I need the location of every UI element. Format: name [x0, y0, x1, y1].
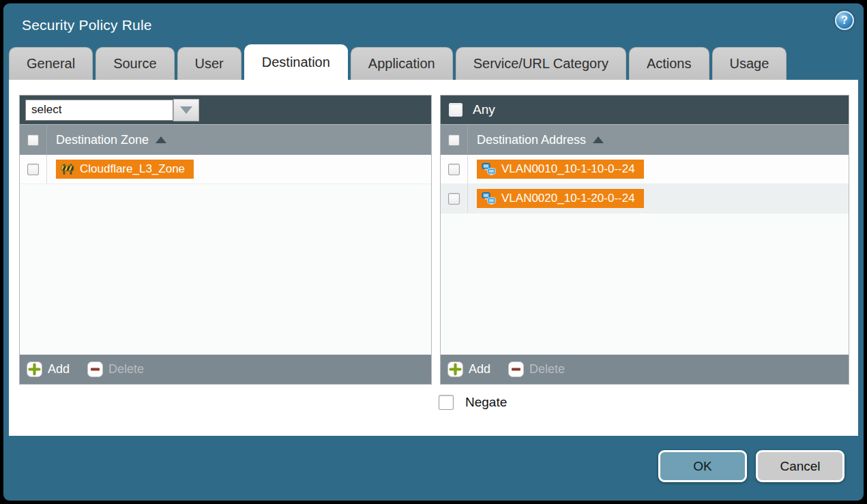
address-item-label: VLAN0010_10-1-10-0--24: [501, 162, 635, 176]
address-add-button[interactable]: Add: [447, 361, 490, 377]
address-toolbar: Any: [441, 95, 849, 124]
tab-label: Destination: [262, 55, 330, 70]
tab-service-url-category[interactable]: Service/URL Category: [456, 47, 626, 80]
tab-label: Service/URL Category: [473, 56, 608, 72]
any-checkbox[interactable]: [449, 103, 462, 117]
row-check-cell: [20, 155, 47, 183]
sort-asc-icon: [156, 136, 166, 143]
row-check-cell: [441, 184, 468, 213]
zone-toolbar: [20, 95, 431, 124]
destination-address-panel: Any Destination Address: [440, 95, 849, 385]
zone-select-input[interactable]: [25, 100, 173, 121]
address-item-vlan0020[interactable]: VLAN0020_10-1-20-0--24: [477, 189, 644, 208]
dialog-footer: OK Cancel: [3, 436, 864, 501]
dialog-titlebar: Security Policy Rule: [3, 3, 864, 47]
table-row: VLAN0020_10-1-20-0--24: [441, 184, 849, 213]
address-panel-footer: Add Delete: [441, 355, 849, 384]
address-row-checkbox[interactable]: [448, 193, 460, 205]
negate-checkbox[interactable]: [439, 395, 454, 410]
address-column-header: Destination Address: [441, 124, 849, 155]
address-delete-button[interactable]: Delete: [508, 361, 565, 377]
zone-item-label: Cloudflare_L3_Zone: [80, 162, 185, 176]
tab-destination[interactable]: Destination: [244, 44, 348, 80]
zone-column-title: Destination Zone: [56, 133, 149, 147]
address-item-vlan0010[interactable]: VLAN0010_10-1-10-0--24: [477, 160, 644, 179]
zone-column-sort[interactable]: Destination Zone: [47, 133, 166, 147]
chevron-down-icon: [180, 106, 192, 114]
tab-label: Application: [368, 56, 435, 72]
delete-button-label: Delete: [529, 362, 565, 376]
zone-panel-footer: Add Delete: [20, 355, 431, 384]
dialog-title: Security Policy Rule: [22, 17, 152, 33]
zone-icon: [61, 162, 74, 176]
any-label: Any: [473, 102, 495, 117]
tab-label: User: [195, 56, 224, 72]
zone-header-check-cell: [20, 125, 47, 155]
negate-option: Negate: [439, 395, 507, 410]
cancel-button[interactable]: Cancel: [756, 450, 844, 482]
delete-icon: [87, 361, 103, 377]
add-button-label: Add: [48, 362, 70, 376]
address-select-all-checkbox[interactable]: [448, 134, 460, 146]
zone-column-header: Destination Zone: [20, 124, 431, 155]
delete-icon: [508, 361, 524, 377]
address-column-sort[interactable]: Destination Address: [468, 133, 604, 147]
tab-label: Source: [113, 56, 156, 72]
tab-user[interactable]: User: [177, 47, 241, 80]
zone-item-cloudflare-l3-zone[interactable]: Cloudflare_L3_Zone: [56, 160, 194, 179]
tab-content-destination: Destination Zone: [9, 80, 858, 436]
tab-bar: General Source User Destination Applicat…: [3, 47, 864, 80]
zone-list: Cloudflare_L3_Zone: [20, 155, 431, 355]
tab-label: Usage: [730, 56, 769, 72]
zone-select-all-checkbox[interactable]: [27, 134, 39, 146]
help-icon[interactable]: ?: [835, 11, 854, 30]
address-header-check-cell: [441, 125, 468, 155]
sort-asc-icon: [593, 136, 604, 143]
address-icon: [482, 192, 496, 205]
add-icon: [27, 361, 42, 377]
security-policy-rule-dialog: Security Policy Rule ? General Source Us…: [3, 3, 864, 501]
address-column-title: Destination Address: [477, 133, 586, 147]
destination-zone-panel: Destination Zone: [19, 95, 432, 385]
zone-delete-button[interactable]: Delete: [87, 361, 144, 377]
address-list: VLAN0010_10-1-10-0--24: [441, 155, 849, 355]
ok-button[interactable]: OK: [658, 450, 747, 482]
tab-application[interactable]: Application: [351, 47, 453, 80]
delete-button-label: Delete: [108, 362, 144, 376]
tab-label: Actions: [647, 56, 692, 72]
row-check-cell: [441, 155, 468, 183]
zone-select-dropdown-button[interactable]: [173, 99, 199, 121]
tab-actions[interactable]: Actions: [629, 47, 709, 80]
negate-label: Negate: [465, 395, 507, 410]
address-item-label: VLAN0020_10-1-20-0--24: [501, 192, 635, 205]
tab-usage[interactable]: Usage: [712, 47, 787, 80]
add-icon: [447, 361, 463, 377]
address-row-checkbox[interactable]: [448, 164, 460, 175]
zone-add-button[interactable]: Add: [27, 361, 70, 377]
tab-label: General: [27, 56, 75, 72]
help-icon-glyph: ?: [841, 14, 848, 27]
tab-general[interactable]: General: [9, 47, 93, 80]
tab-source[interactable]: Source: [95, 47, 174, 80]
address-icon: [482, 162, 496, 176]
zone-row-checkbox[interactable]: [27, 164, 39, 175]
table-row: VLAN0010_10-1-10-0--24: [441, 155, 849, 184]
add-button-label: Add: [469, 362, 490, 376]
table-row: Cloudflare_L3_Zone: [20, 155, 431, 184]
